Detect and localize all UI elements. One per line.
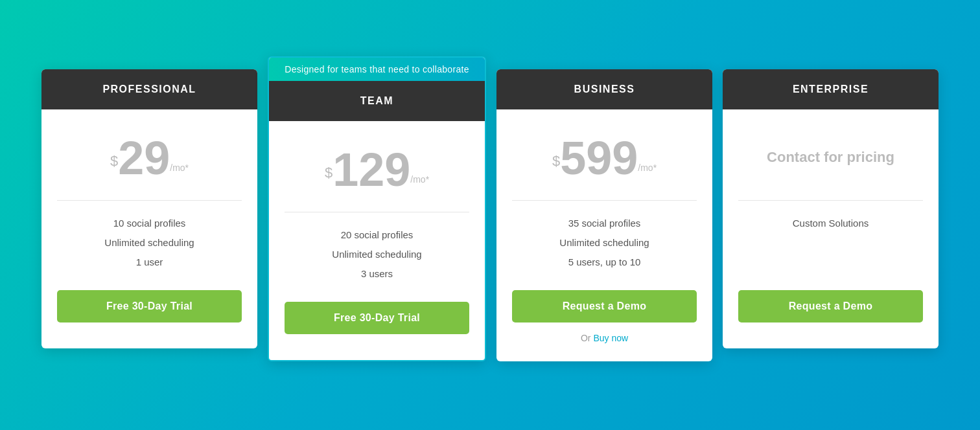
features-enterprise: Custom Solutions [793,214,869,272]
feature-item: 10 social profiles [104,214,194,233]
feature-item: 20 social profiles [332,225,421,245]
feature-item: 3 users [332,264,421,284]
card-body-team: $129/mo*20 social profilesUnlimited sche… [269,121,485,360]
price-currency-team: $ [325,164,332,181]
pricing-card-enterprise: ENTERPRISEContact for pricingCustom Solu… [723,69,939,348]
feature-item: Custom Solutions [793,214,869,233]
price-area-professional: $29/mo* [110,129,189,187]
feature-item: Unlimited scheduling [559,233,649,253]
price-amount-team: 129 [332,146,410,193]
divider-professional [57,200,242,201]
cta-button-business[interactable]: Request a Demo [512,290,697,322]
cta-button-team[interactable]: Free 30-Day Trial [285,302,469,334]
plan-header-team: TEAM [269,81,485,121]
plan-header-professional: PROFESSIONAL [41,69,257,109]
price-amount-professional: 29 [118,135,170,181]
card-body-business: $599/mo*35 social profilesUnlimited sche… [496,109,712,361]
buy-now-area: Or Buy now [581,333,628,343]
price-currency-professional: $ [110,153,118,170]
divider-enterprise [738,200,923,201]
card-body-professional: $29/mo*10 social profilesUnlimited sched… [41,109,257,348]
buy-now-prefix: Or [581,333,593,343]
price-period-professional: /mo* [170,163,189,173]
pricing-card-professional: PROFESSIONAL$29/mo*10 social profilesUnl… [41,69,257,348]
feature-item: Unlimited scheduling [104,233,194,253]
feature-item: 1 user [104,253,194,272]
price-period-team: /mo* [410,174,429,185]
divider-team [285,212,469,212]
features-business: 35 social profilesUnlimited scheduling5 … [559,214,649,272]
features-professional: 10 social profilesUnlimited scheduling1 … [104,214,194,272]
plan-header-enterprise: ENTERPRISE [723,69,939,109]
pricing-card-team: Designed for teams that need to collabor… [268,56,486,361]
plan-header-business: BUSINESS [496,69,712,109]
pricing-card-business: BUSINESS$599/mo*35 social profilesUnlimi… [496,69,712,361]
price-area-team: $129/mo* [325,141,429,199]
cta-button-professional[interactable]: Free 30-Day Trial [57,290,242,322]
contact-pricing-text: Contact for pricing [767,148,894,168]
feature-item: Unlimited scheduling [332,245,421,264]
feature-item: 5 users, up to 10 [559,253,649,272]
price-currency-business: $ [552,153,560,170]
price-period-business: /mo* [638,163,657,173]
divider-business [512,200,697,201]
feature-item: 35 social profiles [559,214,649,233]
cta-button-enterprise[interactable]: Request a Demo [738,290,923,322]
card-body-enterprise: Contact for pricingCustom SolutionsReque… [723,109,939,348]
features-team: 20 social profilesUnlimited scheduling3 … [332,225,421,284]
price-amount-business: 599 [560,135,638,181]
price-area-enterprise: Contact for pricing [767,129,894,187]
buy-now-link[interactable]: Buy now [593,333,628,343]
pricing-container: PROFESSIONAL$29/mo*10 social profilesUnl… [36,69,944,361]
featured-banner: Designed for teams that need to collabor… [269,58,485,81]
price-area-business: $599/mo* [552,129,657,187]
